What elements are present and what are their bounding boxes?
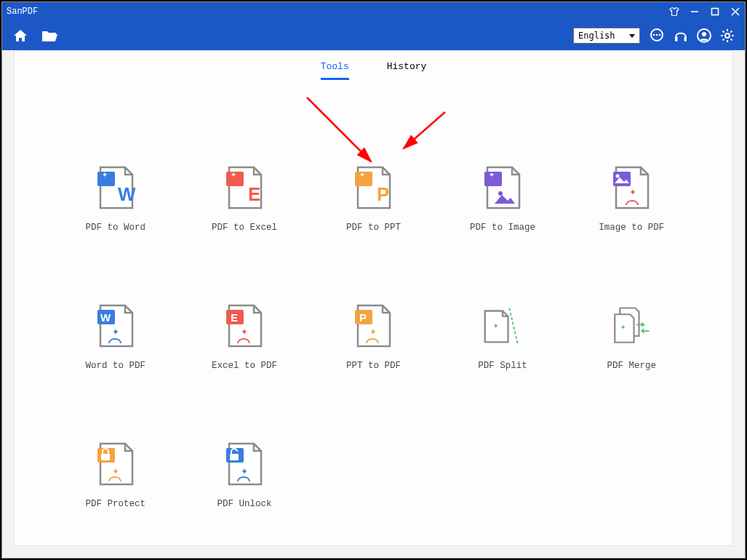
svg-text:E: E xyxy=(231,311,238,324)
pdf-to-ppt-icon: P xyxy=(353,163,394,212)
svg-rect-1 xyxy=(712,9,719,15)
tool-pdf-to-word[interactable]: W PDF to Word xyxy=(85,163,145,233)
toolbar: English xyxy=(2,21,745,50)
language-selector[interactable]: English xyxy=(573,28,640,44)
pdf-unlock-icon xyxy=(224,439,265,489)
ppt-to-pdf-icon: P xyxy=(353,301,394,351)
word-to-pdf-icon: W xyxy=(95,301,136,351)
pdf-merge-icon xyxy=(611,301,652,351)
svg-text:E: E xyxy=(248,183,260,205)
tool-label: PDF Merge xyxy=(607,361,657,371)
tool-pdf-to-image[interactable]: PDF to Image xyxy=(470,163,535,233)
tool-pdf-to-ppt[interactable]: P PDF to PPT xyxy=(346,163,401,233)
svg-line-21 xyxy=(307,97,371,161)
tool-label: Excel to PDF xyxy=(212,361,277,371)
svg-line-18 xyxy=(730,39,732,40)
svg-line-19 xyxy=(730,31,732,33)
close-button[interactable] xyxy=(730,7,740,17)
tool-label: Image to PDF xyxy=(599,223,664,233)
svg-rect-23 xyxy=(97,172,115,186)
excel-to-pdf-icon: E xyxy=(224,301,265,351)
maximize-button[interactable] xyxy=(710,7,720,17)
tool-image-to-pdf[interactable]: Image to PDF xyxy=(599,163,664,233)
tool-label: PDF Split xyxy=(478,361,527,371)
tool-word-to-pdf[interactable]: W Word to PDF xyxy=(85,301,145,371)
headphones-icon[interactable] xyxy=(674,28,688,43)
svg-text:P: P xyxy=(377,183,389,205)
tab-history[interactable]: History xyxy=(387,61,427,80)
svg-rect-29 xyxy=(484,172,502,186)
tool-pdf-merge[interactable]: PDF Merge xyxy=(607,301,657,371)
tool-label: Word to PDF xyxy=(85,361,145,371)
tshirt-icon[interactable] xyxy=(669,7,679,17)
dropdown-caret-icon xyxy=(629,34,635,38)
tab-tools[interactable]: Tools xyxy=(321,61,349,80)
tool-label: PDF Unlock xyxy=(217,499,272,509)
svg-text:W: W xyxy=(118,183,135,205)
app-title: SanPDF xyxy=(7,7,669,17)
tool-pdf-to-excel[interactable]: E PDF to Excel xyxy=(212,163,277,233)
pdf-split-icon xyxy=(482,301,523,351)
svg-point-11 xyxy=(702,32,706,36)
tool-label: PDF Protect xyxy=(85,499,145,509)
svg-rect-8 xyxy=(675,36,678,41)
svg-point-5 xyxy=(653,34,655,36)
tab-history-label: History xyxy=(387,61,427,72)
svg-point-12 xyxy=(725,33,730,38)
svg-rect-41 xyxy=(101,454,110,460)
svg-point-7 xyxy=(659,34,661,36)
minimize-button[interactable] xyxy=(690,7,700,17)
tool-pdf-protect[interactable]: PDF Protect xyxy=(85,439,145,509)
tool-label: PDF to Excel xyxy=(212,223,277,233)
pdf-to-image-icon xyxy=(482,163,523,212)
tab-tools-label: Tools xyxy=(321,61,349,72)
titlebar: SanPDF xyxy=(2,2,745,21)
pdf-to-word-icon: W xyxy=(95,163,136,212)
svg-rect-31 xyxy=(613,172,631,186)
svg-rect-27 xyxy=(355,172,372,186)
tool-excel-to-pdf[interactable]: E Excel to PDF xyxy=(212,301,277,371)
tabs: Tools History xyxy=(15,51,732,80)
pdf-to-excel-icon: E xyxy=(224,163,265,212)
svg-text:P: P xyxy=(359,311,367,324)
chat-icon[interactable] xyxy=(649,28,665,43)
tool-label: PDF to Word xyxy=(85,223,145,233)
tool-ppt-to-pdf[interactable]: P PPT to PDF xyxy=(346,301,401,371)
home-button[interactable] xyxy=(12,28,28,43)
svg-line-17 xyxy=(723,31,724,33)
svg-line-22 xyxy=(404,112,445,148)
settings-icon[interactable] xyxy=(720,28,735,43)
image-to-pdf-icon xyxy=(611,163,652,212)
tool-label: PDF to Image xyxy=(470,223,535,233)
svg-point-32 xyxy=(616,175,620,178)
svg-line-20 xyxy=(723,39,724,40)
svg-rect-43 xyxy=(230,454,239,460)
open-folder-button[interactable] xyxy=(41,29,59,42)
main-panel: Tools History W PDF to Word E PD xyxy=(14,50,733,546)
tool-label: PDF to PPT xyxy=(346,223,401,233)
tool-pdf-unlock[interactable]: PDF Unlock xyxy=(217,439,272,509)
svg-rect-9 xyxy=(684,36,687,41)
tool-pdf-split[interactable]: PDF Split xyxy=(478,301,527,371)
svg-text:W: W xyxy=(100,311,111,324)
tool-label: PPT to PDF xyxy=(346,361,401,371)
svg-point-6 xyxy=(656,34,658,36)
user-icon[interactable] xyxy=(697,28,711,43)
svg-line-39 xyxy=(509,308,517,344)
tools-grid: W PDF to Word E PDF to Excel P PDF to PP… xyxy=(15,80,732,509)
svg-rect-25 xyxy=(226,172,244,186)
language-value: English xyxy=(578,31,615,41)
pdf-protect-icon xyxy=(95,439,136,489)
